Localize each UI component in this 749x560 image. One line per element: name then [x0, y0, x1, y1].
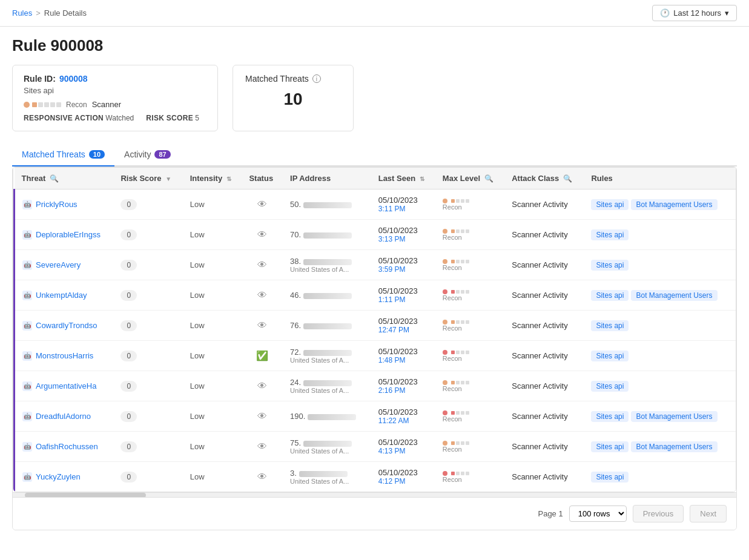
cell-max-level: Recon [435, 311, 504, 341]
mini-seg-2 [456, 199, 460, 203]
rule-id-value[interactable]: 900008 [59, 74, 88, 84]
cell-status: 👁 [242, 280, 283, 311]
threat-icon: 🤖 [22, 381, 32, 391]
threat-link[interactable]: 🤖 YuckyZuylen [22, 472, 106, 482]
mini-seg-1 [451, 260, 455, 263]
col-intensity[interactable]: Intensity ⇅ [183, 168, 242, 189]
max-level-cell [443, 410, 497, 415]
col-max-level[interactable]: Max Level 🔍 [435, 168, 504, 189]
level-label: Recon [443, 324, 497, 332]
matched-threats-count: 10 [245, 90, 341, 109]
threat-link[interactable]: 🤖 SevereAvery [22, 260, 106, 270]
threat-name[interactable]: MonstrousHarris [36, 351, 93, 360]
max-level-dot [443, 259, 447, 264]
max-level-dot [443, 380, 447, 385]
threat-icon: 🤖 [22, 200, 32, 209]
cell-rules: Sites api [584, 220, 736, 250]
recon-mini-bar [451, 199, 469, 203]
max-level-filter-icon[interactable]: 🔍 [484, 174, 493, 183]
threat-filter-icon[interactable]: 🔍 [50, 174, 59, 183]
threat-link[interactable]: 🤖 OafishRochussen [22, 442, 106, 452]
threat-name[interactable]: DeplorableErIngss [36, 230, 101, 239]
tab-activity[interactable]: Activity 87 [114, 143, 180, 166]
cell-rules: Sites apiBot Management Users [584, 401, 736, 432]
rows-per-page-select[interactable]: 100 rows 50 rows 25 rows [569, 506, 627, 522]
intensity-sort-icon[interactable]: ⇅ [226, 176, 231, 182]
ip-address-value: 24. [290, 378, 364, 387]
col-risk-score[interactable]: Risk Score ▼ [113, 168, 182, 189]
col-threat[interactable]: Threat 🔍 [15, 168, 114, 189]
rule-tag: Bot Management Users [631, 290, 717, 301]
attack-class-value: Scanner Activity [512, 412, 568, 421]
cell-risk-score: 0 [113, 401, 182, 432]
threat-name[interactable]: ArgumentativeHa [36, 381, 96, 390]
watch-status-icon: 👁 [257, 381, 267, 392]
tab-matched-threats[interactable]: Matched Threats 10 [12, 143, 114, 166]
threat-link[interactable]: 🤖 PricklyRous [22, 200, 106, 209]
ip-blurred [303, 293, 352, 299]
risk-score-badge: 0 [120, 351, 137, 361]
last-seen-date: 05/10/2023 [378, 226, 428, 235]
last-seen-sort-icon[interactable]: ⇅ [420, 176, 424, 182]
mini-seg-2 [456, 320, 460, 324]
scroll-bar[interactable] [13, 492, 736, 497]
ip-blurred [303, 202, 352, 208]
risk-score-sort-icon[interactable]: ▼ [165, 176, 171, 182]
previous-button[interactable]: Previous [633, 505, 684, 522]
max-level-cell [443, 380, 497, 385]
ip-address-value: 72. [290, 348, 364, 357]
info-icon[interactable]: i [312, 74, 321, 83]
cell-risk-score: 0 [113, 220, 182, 250]
threat-link[interactable]: 🤖 DeplorableErIngss [22, 230, 106, 240]
threat-name[interactable]: OafishRochussen [36, 442, 98, 451]
recon-mini-bar [451, 381, 469, 384]
next-button[interactable]: Next [690, 505, 727, 522]
threat-link[interactable]: 🤖 DreadfulAdorno [22, 412, 106, 421]
last-seen-date: 05/10/2023 [378, 256, 428, 265]
threat-link[interactable]: 🤖 UnkemptAlday [22, 291, 106, 300]
matched-threats-summary-card: Matched Threats i 10 [233, 65, 354, 131]
threat-name[interactable]: PricklyRous [36, 200, 78, 209]
cell-ip-address: 72. United States of A... [283, 341, 371, 371]
attack-class-filter-icon[interactable]: 🔍 [563, 174, 572, 183]
mini-seg-1 [451, 320, 455, 324]
recon-mini-bar [451, 229, 469, 233]
threat-name[interactable]: SevereAvery [36, 260, 81, 269]
watch-status-icon: 👁 [257, 441, 267, 452]
max-level-dot [443, 289, 447, 294]
ip-blurred [303, 350, 352, 356]
cell-intensity: Low [183, 341, 242, 371]
col-last-seen[interactable]: Last Seen ⇅ [371, 168, 435, 189]
breadcrumb-parent[interactable]: Rules [12, 8, 32, 18]
watch-status-icon: 👁 [257, 229, 267, 240]
recon-bar-visual [32, 102, 61, 107]
cell-attack-class: Scanner Activity [504, 401, 584, 432]
threat-link[interactable]: 🤖 CowardlyTrondso [22, 321, 106, 331]
ip-start: 46. [290, 291, 301, 300]
threat-name[interactable]: CowardlyTrondso [36, 321, 97, 330]
rule-tag: Sites api [591, 229, 629, 240]
cell-threat: 🤖 MonstrousHarris [15, 341, 114, 371]
threat-name[interactable]: UnkemptAlday [36, 291, 87, 300]
last-seen-time: 2:16 PM [378, 386, 428, 395]
threat-name[interactable]: YuckyZuylen [36, 472, 81, 481]
table-row: 🤖 CowardlyTrondso 0 Low 👁 76. [15, 311, 736, 341]
cell-status: 👁 [242, 250, 283, 280]
time-filter-button[interactable]: 🕐 Last 12 hours ▾ [652, 5, 737, 21]
threat-link[interactable]: 🤖 ArgumentativeHa [22, 381, 106, 391]
mini-seg-4 [466, 199, 469, 203]
cell-ip-address: 24. United States of A... [283, 371, 371, 401]
max-level-dot [443, 320, 447, 324]
threat-link[interactable]: 🤖 MonstrousHarris [22, 351, 106, 361]
breadcrumb-separator: > [36, 8, 41, 18]
ip-start: 50. [290, 200, 301, 209]
max-level-cell [443, 289, 497, 294]
table-row: 🤖 MonstrousHarris 0 Low ✅ 72. United Sta… [15, 341, 736, 371]
cell-rules: Sites apiBot Management Users [584, 280, 736, 311]
col-attack-class[interactable]: Attack Class 🔍 [504, 168, 584, 189]
table-body: 🤖 PricklyRous 0 Low 👁 50. [15, 189, 736, 492]
threat-name[interactable]: DreadfulAdorno [36, 412, 91, 421]
cell-last-seen: 05/10/2023 3:11 PM [371, 189, 435, 220]
col-status: Status [242, 168, 283, 189]
bar-seg-1 [32, 102, 37, 107]
